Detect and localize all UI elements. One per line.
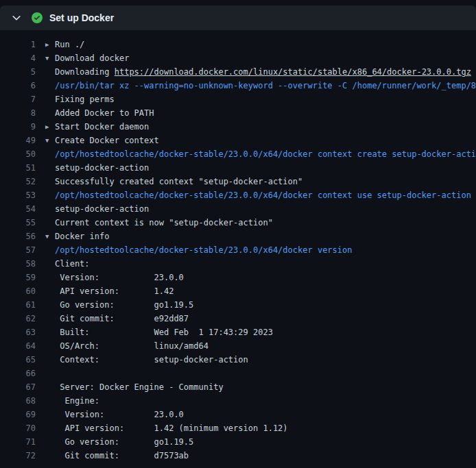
log-text: Start Docker daemon xyxy=(55,120,476,134)
log-group-row[interactable]: 49▼Create Docker context xyxy=(0,134,476,147)
line-number[interactable]: 56 xyxy=(0,230,36,243)
log-line: 72 Git commit: d7573ab xyxy=(0,449,476,463)
line-number[interactable]: 60 xyxy=(0,284,36,298)
log-group-row[interactable]: 56▼Docker info xyxy=(0,230,476,243)
triangle-right-icon[interactable]: ▶ xyxy=(45,120,55,134)
line-number[interactable]: 9 xyxy=(0,120,36,134)
line-number[interactable]: 71 xyxy=(0,435,36,449)
actions-log-panel: Set up Docker 1▶Run ./4▼Download docker5… xyxy=(0,5,476,463)
line-number[interactable]: 4 xyxy=(0,51,36,65)
log-line: 65 Context: setup-docker-action xyxy=(0,353,476,367)
line-number[interactable]: 63 xyxy=(0,325,36,339)
log-text: Go version: go1.19.5 xyxy=(55,435,476,449)
arrow-spacer xyxy=(45,175,55,188)
log-text: Fixing perms xyxy=(55,93,476,106)
line-number[interactable]: 64 xyxy=(0,339,36,353)
line-number[interactable]: 8 xyxy=(0,106,36,120)
log-line: 60 API version: 1.42 xyxy=(0,284,476,298)
log-text: setup-docker-action xyxy=(55,202,476,216)
line-number[interactable]: 70 xyxy=(0,421,36,435)
arrow-spacer xyxy=(45,161,55,175)
arrow-spacer xyxy=(45,435,55,449)
log-text: Git commit: e92dd87 xyxy=(55,312,476,325)
log-line: 5Downloading https://download.docker.com… xyxy=(0,65,476,79)
line-number[interactable]: 7 xyxy=(0,93,36,106)
arrow-spacer xyxy=(45,257,55,271)
arrow-spacer xyxy=(45,408,55,421)
log-line: 64 OS/Arch: linux/amd64 xyxy=(0,339,476,353)
step-header[interactable]: Set up Docker xyxy=(0,5,476,30)
line-number[interactable]: 62 xyxy=(0,312,36,325)
log-text: Current context is now "setup-docker-act… xyxy=(55,216,476,230)
arrow-spacer xyxy=(45,65,55,79)
line-number[interactable]: 59 xyxy=(0,271,36,284)
line-number[interactable]: 52 xyxy=(0,175,36,188)
arrow-spacer xyxy=(45,353,55,367)
triangle-down-icon[interactable]: ▼ xyxy=(45,51,55,65)
line-number[interactable]: 5 xyxy=(0,65,36,79)
triangle-right-icon[interactable]: ▶ xyxy=(45,38,55,51)
log-line: 70 API version: 1.42 (minimum version 1.… xyxy=(0,421,476,435)
log-line: 61 Go version: go1.19.5 xyxy=(0,298,476,312)
log-line: 62 Git commit: e92dd87 xyxy=(0,312,476,325)
log-group-row[interactable]: 9▶Start Docker daemon xyxy=(0,120,476,134)
line-number[interactable]: 67 xyxy=(0,380,36,394)
log-text: setup-docker-action xyxy=(55,161,476,175)
log-text: Downloading https://download.docker.com/… xyxy=(55,65,476,79)
log-line: 63 Built: Wed Feb 1 17:43:29 2023 xyxy=(0,325,476,339)
log-text: Added Docker to PATH xyxy=(55,106,476,120)
log-text: Docker info xyxy=(55,230,476,243)
log-line: 69 Version: 23.0.0 xyxy=(0,408,476,421)
line-number[interactable]: 61 xyxy=(0,298,36,312)
log-text xyxy=(55,367,476,380)
check-circle-icon xyxy=(32,12,43,23)
line-number[interactable]: 49 xyxy=(0,134,36,147)
log-line: 58Client: xyxy=(0,257,476,271)
arrow-spacer xyxy=(45,339,55,353)
line-number[interactable]: 66 xyxy=(0,367,36,380)
line-number[interactable]: 58 xyxy=(0,257,36,271)
line-number[interactable]: 69 xyxy=(0,408,36,421)
line-number[interactable]: 55 xyxy=(0,216,36,230)
line-number[interactable]: 65 xyxy=(0,353,36,367)
line-number[interactable]: 6 xyxy=(0,79,36,93)
log-command-text: /opt/hostedtoolcache/docker-stable/23.0.… xyxy=(55,188,476,202)
arrow-spacer xyxy=(45,421,55,435)
arrow-spacer xyxy=(45,188,55,202)
line-number[interactable]: 50 xyxy=(0,147,36,161)
log-line: 68 Engine: xyxy=(0,394,476,408)
log-text: Context: setup-docker-action xyxy=(55,353,476,367)
log-line: 55Current context is now "setup-docker-a… xyxy=(0,216,476,230)
log-line: 59 Version: 23.0.0 xyxy=(0,271,476,284)
log-text: OS/Arch: linux/amd64 xyxy=(55,339,476,353)
log-line: 8Added Docker to PATH xyxy=(0,106,476,120)
line-number[interactable]: 1 xyxy=(0,38,36,51)
log-text: Git commit: d7573ab xyxy=(55,449,476,463)
line-number[interactable]: 54 xyxy=(0,202,36,216)
log-group-row[interactable]: 4▼Download docker xyxy=(0,51,476,65)
log-command-text: /opt/hostedtoolcache/docker-stable/23.0.… xyxy=(55,243,476,257)
log-line: 57/opt/hostedtoolcache/docker-stable/23.… xyxy=(0,243,476,257)
log-text: Successfully created context "setup-dock… xyxy=(55,175,476,188)
log-url-link[interactable]: https://download.docker.com/linux/static… xyxy=(115,67,471,77)
arrow-spacer xyxy=(45,449,55,463)
arrow-spacer xyxy=(45,394,55,408)
log-text: Download docker xyxy=(55,51,476,65)
arrow-spacer xyxy=(45,380,55,394)
triangle-down-icon[interactable]: ▼ xyxy=(45,134,55,147)
line-number[interactable]: 68 xyxy=(0,394,36,408)
log-command-text: /usr/bin/tar xz --warning=no-unknown-key… xyxy=(55,79,476,93)
line-number[interactable]: 72 xyxy=(0,449,36,463)
arrow-spacer xyxy=(45,147,55,161)
triangle-down-icon[interactable]: ▼ xyxy=(45,230,55,243)
log-text: Downloading xyxy=(55,67,115,77)
line-number[interactable]: 53 xyxy=(0,188,36,202)
log-group-row[interactable]: 1▶Run ./ xyxy=(0,38,476,51)
chevron-down-icon[interactable] xyxy=(11,12,22,23)
log-line: 6/usr/bin/tar xz --warning=no-unknown-ke… xyxy=(0,79,476,93)
line-number[interactable]: 51 xyxy=(0,161,36,175)
log-line: 7Fixing perms xyxy=(0,93,476,106)
line-number[interactable]: 57 xyxy=(0,243,36,257)
log-text: Run ./ xyxy=(55,38,476,51)
arrow-spacer xyxy=(45,79,55,93)
